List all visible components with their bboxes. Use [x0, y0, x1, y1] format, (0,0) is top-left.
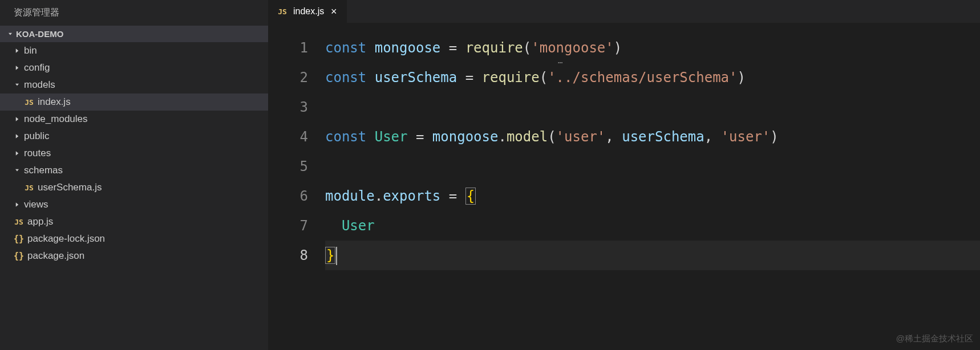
file-item[interactable]: {}package-lock.json [0, 230, 268, 247]
tab-index-js[interactable]: JS index.js × [268, 0, 347, 23]
tree-item-label: schemas [24, 165, 63, 176]
code-line[interactable]: const User = mongoose.model('user', user… [325, 122, 980, 152]
text-cursor [336, 247, 337, 265]
folder-item[interactable]: schemas [0, 162, 268, 179]
line-number: 8 [268, 241, 308, 270]
line-number: 7 [268, 211, 308, 241]
tab-label: index.js [293, 6, 324, 17]
root-folder-label: KOA-DEMO [16, 29, 63, 39]
folder-item[interactable]: routes [0, 145, 268, 162]
tree-item-label: package.json [27, 250, 84, 262]
code-line[interactable] [325, 92, 980, 122]
close-icon[interactable]: × [329, 6, 339, 17]
root-folder[interactable]: KOA-DEMO [0, 26, 268, 42]
line-number: 4 [268, 122, 308, 152]
chevron-right-icon [13, 115, 22, 124]
chevron-down-icon [6, 30, 15, 39]
editor-area: JS index.js × 12345678 const mongoose = … [268, 0, 980, 350]
file-tree: binconfigmodelsJSindex.jsnode_modulespub… [0, 42, 268, 350]
folder-item[interactable]: views [0, 196, 268, 213]
code-line[interactable]: const userSchema = require('../schemas/u… [325, 63, 980, 92]
line-number: 1 [268, 33, 308, 63]
js-icon: JS [23, 184, 35, 192]
chevron-down-icon [13, 166, 22, 175]
chevron-right-icon [13, 132, 22, 141]
folder-item[interactable]: config [0, 59, 268, 76]
code-content[interactable]: const mongoose = require('mongoose')cons… [325, 33, 980, 350]
folder-item[interactable]: public [0, 128, 268, 145]
tree-item-label: config [24, 62, 50, 74]
tree-item-label: node_modules [24, 113, 88, 125]
explorer-sidebar: 资源管理器 KOA-DEMO binconfigmodelsJSindex.js… [0, 0, 268, 350]
chevron-right-icon [13, 63, 22, 72]
code-line[interactable]: User [325, 211, 980, 241]
code-line[interactable]: } [325, 241, 980, 270]
line-number: 2 [268, 63, 308, 92]
tree-item-label: app.js [27, 216, 53, 227]
tree-item-label: bin [24, 45, 37, 56]
tree-item-label: views [24, 199, 48, 210]
chevron-right-icon [13, 200, 22, 209]
watermark: @稀土掘金技术社区 [896, 333, 973, 344]
folder-item[interactable]: models [0, 76, 268, 93]
chevron-right-icon [13, 46, 22, 55]
code-line[interactable] [325, 152, 980, 181]
ellipsis-hint: … [558, 56, 562, 65]
js-icon: JS [13, 218, 25, 226]
line-gutter: 12345678 [268, 33, 325, 350]
folder-item[interactable]: node_modules [0, 111, 268, 128]
explorer-title: 资源管理器 [0, 0, 268, 26]
code-line[interactable]: module.exports = { [325, 181, 980, 211]
tab-bar: JS index.js × [268, 0, 980, 23]
tree-item-label: userSchema.js [38, 182, 102, 193]
tree-item-label: package-lock.json [27, 233, 105, 245]
file-item[interactable]: JSuserSchema.js [0, 179, 268, 196]
tree-item-label: models [24, 79, 55, 91]
chevron-down-icon [13, 80, 22, 89]
js-icon: JS [23, 98, 35, 107]
code-line[interactable]: const mongoose = require('mongoose') [325, 33, 980, 63]
line-number: 6 [268, 181, 308, 211]
tree-item-label: routes [24, 148, 51, 159]
line-number: 3 [268, 92, 308, 122]
tree-item-label: index.js [38, 96, 71, 108]
chevron-right-icon [13, 149, 22, 158]
json-icon: {} [13, 234, 25, 244]
tree-item-label: public [24, 131, 49, 142]
js-icon: JS [276, 7, 289, 16]
editor-body[interactable]: 12345678 const mongoose = require('mongo… [268, 23, 980, 350]
folder-item[interactable]: bin [0, 42, 268, 59]
file-item[interactable]: JSindex.js [0, 93, 268, 111]
file-item[interactable]: {}package.json [0, 247, 268, 264]
file-item[interactable]: JSapp.js [0, 213, 268, 230]
line-number: 5 [268, 152, 308, 181]
json-icon: {} [13, 251, 25, 261]
